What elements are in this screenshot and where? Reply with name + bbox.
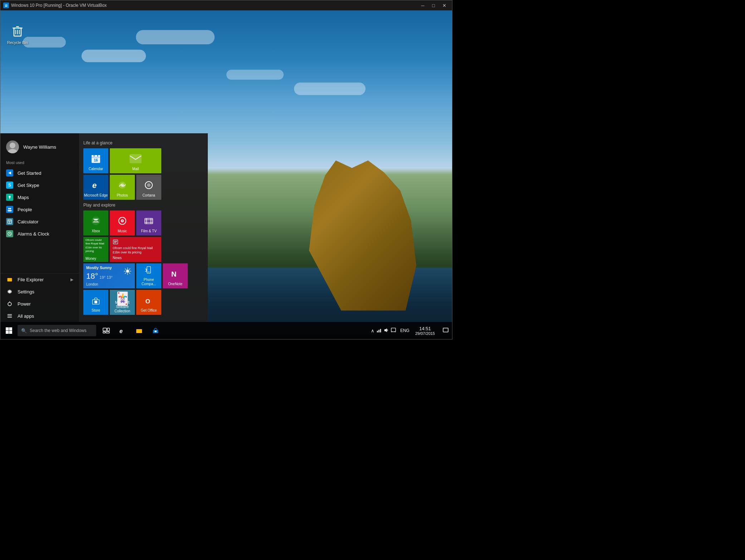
tray-action-center-icon[interactable] [391,328,396,334]
vm-titlebar-icon: 🖥 [3,3,9,8]
start-item-people[interactable]: People [0,203,79,215]
weather-main-temp: 18° [86,272,98,281]
tile-phone-companion[interactable]: Phone Compa... [136,263,161,288]
all-apps-icon [6,313,13,319]
store-tile-label: Store [92,308,100,313]
start-item-alarms[interactable]: Alarms & Clock [0,228,79,240]
tile-row-3: Xbox Music [83,210,204,236]
svg-point-42 [122,220,123,222]
tile-xbox[interactable]: Xbox [83,210,108,236]
section-label-life: Life at a glance [83,140,204,145]
svg-rect-77 [443,328,448,332]
search-placeholder-text: Search the web and Windows [30,328,87,333]
taskbar-store-icon[interactable] [148,322,163,339]
svg-rect-33 [130,154,141,163]
svg-point-39 [92,217,100,225]
money-label: Money [85,257,106,261]
news-headline-text: Ofcom could fine Royal Mail £1bn over it… [113,246,158,256]
tray-network-icon[interactable] [377,328,382,334]
svg-marker-8 [8,172,11,174]
svg-point-22 [8,302,11,306]
start-item-settings[interactable]: Settings [0,286,79,298]
cortana-tile-label: Cortana [142,193,155,198]
onenote-tile-label: OneNote [168,282,182,286]
taskbar-edge-icon[interactable]: e [115,322,131,339]
clock-time: 14:51 [419,326,431,331]
most-used-section-label: Most used [0,159,79,167]
settings-icon [6,289,13,294]
taskbar-file-explorer-icon[interactable] [131,322,147,339]
edge-tile-label: Microsoft Edge [84,193,108,198]
film-tile-label: Film & TV [141,229,157,233]
start-item-file-explorer[interactable]: File Explorer ▶ [0,273,79,286]
phone-companion-tile-icon [144,266,153,277]
tray-volume-icon[interactable] [384,328,389,334]
calendar-tile-icon: 16 [91,154,101,166]
desktop: Recycle Bin Wayne Williams [0,10,452,339]
skype-icon: S [6,182,13,189]
recycle-bin[interactable]: Recycle Bin [5,21,30,46]
notifications-button[interactable] [439,322,452,339]
start-button[interactable] [0,322,18,339]
start-menu-tiles: Life at a glance 16 [79,133,208,322]
start-item-all-apps[interactable]: All apps [0,310,79,322]
tile-photos[interactable]: Photos [110,175,135,200]
user-avatar [6,140,19,153]
tile-get-office[interactable]: O Get Office [136,290,161,315]
tile-calendar[interactable]: 16 Calendar [83,148,108,173]
cloud-3 [136,30,215,44]
mail-tile-label: Mail [132,167,139,171]
photos-tile-icon [117,180,127,193]
tile-money[interactable]: Ofcom could fine Royal Mail £1bn over it… [83,237,108,262]
tile-solitaire[interactable]: 🃏 Microsoft Solitaire Collection [110,290,135,315]
tile-store[interactable]: Store [83,290,108,315]
vm-restore-button[interactable]: □ [428,2,438,9]
tile-row-4: Ofcom could fine Royal Mail £1bn over it… [83,237,204,262]
recycle-bin-icon [10,23,25,39]
get-office-tile-icon: O [144,297,153,308]
solitaire-tile-icon: 🃏 [114,291,131,306]
tile-news[interactable]: Ofcom could fine Royal Mail £1bn over it… [110,237,161,262]
svg-text:N: N [171,270,177,278]
svg-text:e: e [119,328,123,334]
svg-marker-73 [384,328,387,332]
tile-mail[interactable]: Mail [110,148,161,173]
tile-edge[interactable]: e Microsoft Edge [83,175,108,200]
tray-up-arrow[interactable]: ∧ [371,328,374,333]
start-item-power[interactable]: Power [0,298,79,310]
task-view-button[interactable] [98,322,114,339]
system-clock[interactable]: 14:51 29/07/2015 [411,322,439,339]
start-item-calculator[interactable]: Calculator [0,215,79,228]
get-started-icon [6,169,13,177]
phone-companion-tile-label: Phone Compa... [136,278,161,286]
vm-minimize-button[interactable]: ─ [418,2,428,9]
start-item-get-started[interactable]: Get Started [0,167,79,179]
search-icon: 🔍 [21,328,27,333]
edge-tile-icon: e [91,180,101,193]
user-name: Wayne Williams [23,144,56,150]
taskbar-pinned-icons: e [98,322,163,339]
weather-high-temp: 19° 13° [99,275,112,279]
tile-onenote[interactable]: N OneNote [163,263,188,288]
taskbar-right: ∧ ENG 14:51 29/07/201 [368,322,452,339]
tile-music[interactable]: Music [110,210,135,236]
tile-row-1: 16 Calendar [83,148,204,173]
start-menu: Wayne Williams Most used Get Started S [0,133,208,322]
start-item-maps[interactable]: Maps [0,191,79,203]
xbox-tile-icon [91,216,101,228]
store-tile-icon [92,297,100,308]
language-indicator[interactable]: ENG [399,328,411,333]
start-item-get-skype[interactable]: S Get Skype [0,179,79,191]
tile-cortana[interactable]: Cortana [136,175,161,200]
tile-weather[interactable]: Mostly Sunny 18° 19° 13° London ☀ [83,263,135,288]
tile-row-6: Store 🃏 Microsoft Solitaire Collection O [83,290,204,315]
svg-point-13 [9,210,12,211]
people-icon [6,206,13,213]
vm-close-button[interactable]: ✕ [439,2,449,9]
system-tray: ∧ [368,328,399,334]
svg-point-6 [10,143,15,148]
tile-film[interactable]: Film & TV [136,210,161,236]
cortana-tile-icon [144,180,154,193]
user-profile[interactable]: Wayne Williams [0,133,79,159]
search-bar[interactable]: 🔍 Search the web and Windows [18,325,96,336]
